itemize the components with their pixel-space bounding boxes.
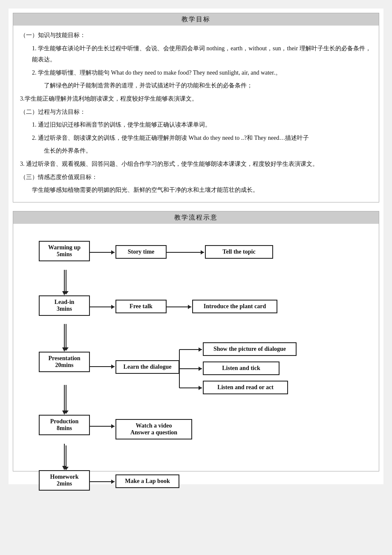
listen-read-box: Listen and read or act: [203, 381, 288, 394]
arrow-warmup-leadin: [63, 270, 69, 295]
goal2-a: 2. 学生能够听懂、理解功能句 What do they need to mak…: [20, 67, 372, 79]
make-lap-box: Make a Lap book: [115, 474, 179, 488]
svg-marker-3: [201, 250, 204, 254]
watch-video-box: Watch a video Answer a question: [115, 419, 192, 439]
listen-tick-box: Listen and tick: [203, 361, 280, 375]
lead-in-box: Lead-in 3mins: [39, 295, 90, 316]
method1: 1. 通过旧知识迁移和画音节的训练，使学生能够正确认读本课单词。: [20, 119, 372, 131]
section2-title: （二）过程与方法目标：: [20, 107, 372, 118]
production-box: Production 8mins: [39, 415, 90, 435]
svg-marker-21: [111, 480, 115, 484]
svg-marker-16: [199, 386, 202, 390]
teaching-goals-content: （一）知识与技能目标： 1. 学生能够在谈论叶子的生长过程中听懂、会说、会使用四…: [13, 26, 379, 202]
flow-content: Warming up 5mins Story time Tell the top…: [13, 224, 379, 471]
method2-b: 生长的外界条件。: [20, 145, 372, 157]
free-talk-box: Free talk: [115, 300, 167, 313]
section3-title: （三）情感态度价值观目标：: [20, 172, 372, 183]
flow-wrapper: Warming up 5mins Story time Tell the top…: [26, 232, 366, 458]
warming-up-box: Warming up 5mins: [39, 241, 90, 261]
svg-marker-19: [111, 424, 115, 428]
story-time-box: Story time: [115, 245, 167, 259]
learn-dialogue-box: Learn the dialogue: [115, 360, 179, 374]
show-picture-box: Show the picture of dialogue: [203, 342, 297, 356]
method2-a: 2. 通过听录音、朗读课文的训练，使学生能正确理解并朗读 What do the…: [20, 133, 372, 144]
teaching-goals-header: 教学目标: [13, 13, 379, 26]
svg-marker-9: [111, 364, 115, 369]
method3: 3. 通过听录音、观看视频、回答问题、小组合作学习的形式，使学生能够朗读本课课文…: [20, 159, 372, 170]
presentation-box: Presentation 20mins: [39, 352, 90, 372]
goal1: 1. 学生能够在谈论叶子的生长过程中听懂、会说、会使用四会单词 nothing，…: [20, 43, 372, 66]
svg-marker-7: [188, 305, 191, 309]
introduce-plant-box: Introduce the plant card: [192, 300, 277, 313]
emotion1: 学生能够感知植物需要的明媚的阳光、新鲜的空气和干净的水和土壤才能茁壮的成长。: [20, 185, 372, 196]
page-container: 教学目标 （一）知识与技能目标： 1. 学生能够在谈论叶子的生长过程中听懂、会说…: [9, 9, 383, 484]
svg-marker-1: [111, 250, 115, 254]
section1-title: （一）知识与技能目标：: [20, 30, 372, 41]
tell-topic-box: Tell the topic: [205, 245, 273, 259]
homework-box: Homework 2mins: [39, 470, 90, 491]
arrow-presentation-production: [63, 385, 69, 414]
flow-diagram-section: 教学流程示意 Warming up 5mins Story time Tell …: [13, 211, 379, 471]
goal2-b: 了解绿色的叶子能制造营养的道理，并尝试描述叶子的功能和生长的必备条件；: [20, 80, 372, 92]
svg-marker-12: [199, 347, 202, 352]
goal3: 3.学生能正确理解并流利地朗读课文，程度较好学生能够表演课文。: [20, 93, 372, 105]
arrow-leadin-presentation: [63, 324, 69, 351]
svg-marker-14: [199, 367, 202, 371]
arrow-production-homework: [63, 445, 69, 470]
svg-marker-5: [111, 305, 115, 309]
teaching-goals-section: 教学目标 （一）知识与技能目标： 1. 学生能够在谈论叶子的生长过程中听懂、会说…: [13, 13, 379, 202]
flow-diagram-header: 教学流程示意: [13, 211, 379, 224]
